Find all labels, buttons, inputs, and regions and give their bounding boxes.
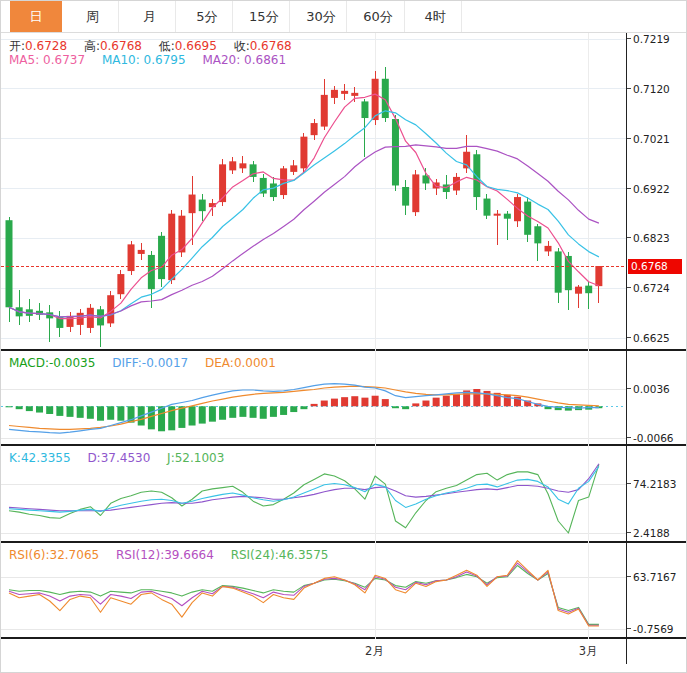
y-axis-label: 0.7219 [627, 32, 670, 46]
period-tabbar: 日 周 月 5分 15分 30分 60分 4时 [1, 1, 686, 33]
y-axis-label: 0.0036 [627, 382, 670, 396]
y-axis-label: 74.2183 [627, 477, 676, 491]
y-axis-label: 0.6823 [627, 231, 670, 245]
tick-mark [627, 138, 631, 139]
tab-30min[interactable]: 30分 [295, 1, 347, 32]
kdj-plot[interactable] [1, 446, 626, 547]
chart-app: 日 周 月 5分 15分 30分 60分 4时 开:0.6728 高:0.676… [0, 0, 687, 673]
tab-month[interactable]: 月 [124, 1, 176, 32]
tab-15min[interactable]: 15分 [238, 1, 290, 32]
rsi-y-axis: 63.7167-0.7569 [626, 543, 686, 637]
main-chart-panel: 开:0.6728 高:0.6768 低:0.6695 收:0.6768 MA5:… [1, 33, 686, 351]
x-axis-row: 2月3月 [1, 639, 686, 664]
tick-mark [627, 437, 631, 438]
rsi-plot[interactable] [1, 543, 626, 643]
tick-mark [627, 576, 631, 577]
y-axis-label: 0.7120 [627, 82, 670, 96]
y-axis-label: 2.4188 [627, 526, 670, 540]
tick-mark [627, 88, 631, 89]
kdj-y-axis: 74.21832.4188 [626, 446, 686, 541]
y-axis-label: 0.7021 [627, 132, 670, 146]
y-axis-label: -0.7569 [627, 622, 674, 636]
x-axis-corner [626, 639, 686, 664]
kdj-panel: K:42.3355 D:37.4530 J:52.1003 74.21832.4… [1, 446, 686, 543]
tick-mark [627, 38, 631, 39]
tab-60min[interactable]: 60分 [353, 1, 405, 32]
tab-day[interactable]: 日 [10, 1, 62, 32]
tick-mark [627, 388, 631, 389]
tick-mark [627, 483, 631, 484]
macd-y-axis: 0.0036-0.0066 [626, 351, 686, 444]
y-axis-label: 0.6724 [627, 281, 670, 295]
tab-4hour[interactable]: 4时 [410, 1, 462, 32]
rsi-panel: RSI(6):32.7065 RSI(12):39.6664 RSI(24):4… [1, 543, 686, 639]
tick-mark [627, 188, 631, 189]
tab-week[interactable]: 周 [67, 1, 119, 32]
y-axis-label: 0.6625 [627, 331, 670, 345]
y-axis-label: 63.7167 [627, 570, 676, 584]
candlestick-plot[interactable] [1, 33, 626, 355]
tick-mark [627, 532, 631, 533]
last-price-badge: 0.6768 [628, 259, 682, 274]
month-label: 3月 [579, 644, 598, 659]
tick-mark [627, 287, 631, 288]
main-y-axis: 0.6768 0.72190.71200.70210.69220.68230.6… [626, 33, 686, 349]
macd-plot[interactable] [1, 351, 626, 450]
tick-mark [627, 237, 631, 238]
tab-5min[interactable]: 5分 [181, 1, 233, 32]
tick-mark [627, 628, 631, 629]
month-label: 2月 [365, 644, 384, 659]
y-axis-label: -0.0066 [627, 431, 674, 445]
y-axis-label: 0.6922 [627, 182, 670, 196]
tick-mark [627, 337, 631, 338]
macd-panel: MACD:-0.0035 DIFF:-0.0017 DEA:0.0001 0.0… [1, 351, 686, 446]
